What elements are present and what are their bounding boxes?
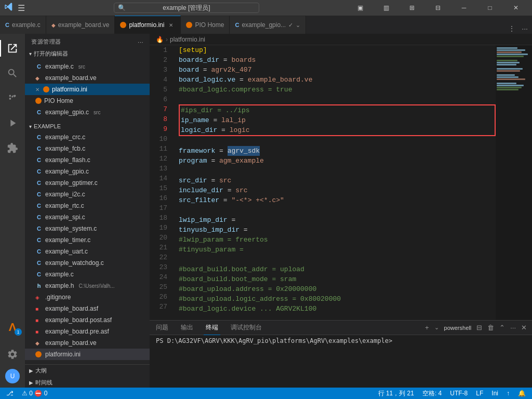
list-item[interactable]: Cexample_system.c <box>25 223 150 234</box>
list-item[interactable]: ◆example_board.ve <box>25 337 150 349</box>
list-item[interactable]: Cexample_uart.c <box>25 246 150 257</box>
list-item[interactable]: Cexample_spi.c <box>25 211 150 223</box>
list-item[interactable]: Cexample_gpio.c <box>25 166 150 177</box>
code-token: agm_example <box>219 156 264 166</box>
list-item[interactable]: Cexample_i2c.c <box>25 189 150 200</box>
statusbar-row-col[interactable]: 行 11，列 21 <box>376 388 416 399</box>
user-avatar[interactable]: U <box>5 369 20 383</box>
more-tabs-icon[interactable]: ··· <box>520 23 530 34</box>
list-item[interactable]: Cexample_flash.c <box>25 154 150 166</box>
line-num: 4 <box>150 75 170 85</box>
statusbar-encoding[interactable]: UTF-8 <box>448 388 470 399</box>
list-item[interactable]: Cexample_crc.c <box>25 131 150 143</box>
panel-content: PS D:\AG32VF\AGRV\KKK\AgRV_pio\platforms… <box>150 335 532 388</box>
tab-close-btn[interactable]: ✕ <box>167 21 175 29</box>
close-button[interactable]: ✕ <box>504 0 528 16</box>
filename: example_system.c <box>45 225 97 232</box>
tab-example-gpio[interactable]: C example_gpio... ✓ ⌄ <box>230 16 306 34</box>
code-line-14: src_dir = src <box>179 176 496 185</box>
statusbar-errors[interactable]: ⚠ 0 ⛔ 0 <box>20 388 49 399</box>
panel-tab-terminal[interactable]: 终端 <box>204 321 220 335</box>
list-item[interactable]: Cexample_gptimer.c <box>25 177 150 189</box>
statusbar-sync[interactable]: ↑ <box>504 388 512 399</box>
code-token: #board_upload.logic_address = 0x80020000 <box>179 294 341 304</box>
code-token: = <box>219 195 231 205</box>
layout-icon-4[interactable]: ⊟ <box>426 0 450 16</box>
filename: example_crc.c <box>45 134 85 141</box>
layout-icon-2[interactable]: ▥ <box>374 0 398 16</box>
list-item[interactable]: Cexample.c <box>25 269 150 280</box>
sidebar-more-icon[interactable]: ··· <box>138 39 143 45</box>
search-input[interactable] <box>114 3 259 13</box>
split-terminal-icon[interactable]: ⊟ <box>475 323 483 332</box>
code-line-11: framework = agrv_sdk <box>179 146 496 156</box>
layout-icon-1[interactable]: ▣ <box>348 0 372 16</box>
statusbar-language[interactable]: Ini <box>489 388 500 399</box>
minimize-button[interactable]: ─ <box>452 0 476 16</box>
list-item[interactable]: Cexample_rtc.c <box>25 200 150 211</box>
panel-tab-output[interactable]: 输出 <box>179 321 195 335</box>
open-editor-item-active[interactable]: ✕ platformio.ini <box>25 84 150 95</box>
hamburger-icon[interactable]: ☰ <box>18 3 25 13</box>
code-line-26: #board_upload.logic_address = 0x80020000 <box>179 294 496 304</box>
list-item[interactable]: ◈.gitignore <box>25 291 150 303</box>
close-x-icon[interactable]: ✕ <box>35 87 39 92</box>
code-token: tinyusb_imp_dir <box>179 225 240 235</box>
open-editor-item[interactable]: PIO Home <box>25 95 150 107</box>
list-item[interactable]: hexample.hC:\Users\Valh... <box>25 280 150 291</box>
list-item[interactable]: ■example_board.asf <box>25 303 150 314</box>
open-editor-item[interactable]: C example.c src <box>25 61 150 72</box>
open-editor-item[interactable]: ◆ example_board.ve <box>25 72 150 84</box>
activity-agrv[interactable]: Λ 1 <box>0 315 25 340</box>
breadcrumb-filename[interactable]: platformio.ini <box>170 36 205 43</box>
split-editor-icon[interactable]: ⋮ <box>506 23 517 34</box>
tab-example-c[interactable]: C example.c <box>0 16 46 34</box>
chevron-icon: ⌄ <box>296 22 300 29</box>
code-editor[interactable]: 1 2 3 4 5 6 7 8 9 10 11 12 13 14 15 16 1 <box>150 45 532 320</box>
code-token: = <box>209 115 221 125</box>
code-token: #board_upload.address = 0x20000000 <box>179 284 316 294</box>
statusbar-bell[interactable]: 🔔 <box>516 388 528 399</box>
activity-extensions[interactable] <box>0 136 25 161</box>
add-terminal-icon[interactable]: + <box>424 323 430 332</box>
tab-platformio-ini[interactable]: platformio.ini ✕ <box>115 16 181 34</box>
panel-tab-problems[interactable]: 问题 <box>154 321 170 335</box>
layout-icon-3[interactable]: ⊞ <box>400 0 424 16</box>
terminal-type-selector[interactable]: ⌄ <box>433 323 440 332</box>
statusbar-spaces[interactable]: 空格: 4 <box>420 388 444 399</box>
code-line-2: boards_dir = boards <box>179 55 496 65</box>
code-token: #board_build.boot_mode = sram <box>179 274 296 284</box>
breadcrumb-icon: 🔥 <box>156 36 164 43</box>
list-item[interactable]: ■example_board.post.asf <box>25 314 150 326</box>
statusbar-branch[interactable]: ⎇ <box>4 388 16 399</box>
open-editor-item[interactable]: C example_gpio.c src <box>25 107 150 118</box>
list-item[interactable]: Cexample_fcb.c <box>25 143 150 154</box>
example-section[interactable]: ▾ EXAMPLE <box>25 121 150 131</box>
list-item[interactable]: Cexample_timer.c <box>25 234 150 246</box>
delete-terminal-icon[interactable]: 🗑 <box>486 323 495 332</box>
panel-tab-debug-console[interactable]: 调试控制台 <box>229 321 264 335</box>
filename: example_gpio.c <box>45 168 89 175</box>
tab-example-board-ve[interactable]: ◆ example_board.ve <box>46 16 115 34</box>
list-item-active[interactable]: platformio.ini <box>25 349 150 360</box>
collapse-panel-icon[interactable]: ⌃ <box>498 323 506 332</box>
outline-section-header[interactable]: ▶ 大纲 <box>25 365 150 377</box>
code-line-5: #board_logic.compress = true <box>179 85 496 95</box>
activity-search[interactable] <box>0 61 25 86</box>
list-item[interactable]: ■example_board.pre.asf <box>25 326 150 337</box>
activity-run[interactable] <box>0 111 25 136</box>
tab-pio-home[interactable]: PIO Home <box>181 16 230 34</box>
more-panel-icon[interactable]: ··· <box>509 323 517 332</box>
code-content[interactable]: [setup] boards_dir = boards board = agrv… <box>175 45 496 320</box>
code-line-24: #board_build.boot_mode = sram <box>179 274 496 284</box>
list-item[interactable]: Cexample_watchdog.c <box>25 257 150 269</box>
open-editors-section[interactable]: ▾ 打开的编辑器 <box>25 48 150 60</box>
statusbar-line-ending[interactable]: LF <box>474 388 485 399</box>
maximize-button[interactable]: □ <box>478 0 502 16</box>
activity-explorer[interactable] <box>0 36 25 61</box>
activity-settings[interactable] <box>0 342 25 367</box>
close-panel-icon[interactable]: ✕ <box>520 323 528 332</box>
timeline-section-header[interactable]: ▶ 时间线 <box>25 377 150 388</box>
line-num: 8 <box>150 114 170 124</box>
activity-source-control[interactable] <box>0 86 25 111</box>
